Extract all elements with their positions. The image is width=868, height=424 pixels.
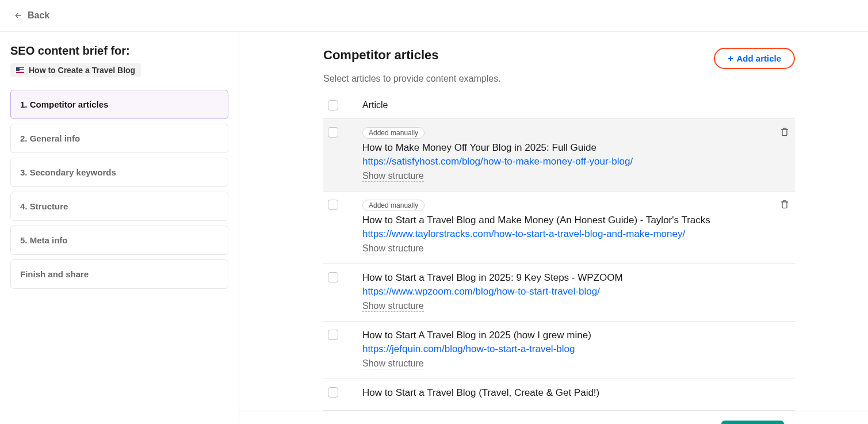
- section-title: Competitor articles: [323, 48, 439, 63]
- sidebar: SEO content brief for: How to Create a T…: [0, 32, 239, 424]
- topic-text: How to Create a Travel Blog: [29, 66, 135, 75]
- article-body: How to Start a Travel Blog (Travel, Crea…: [362, 387, 790, 401]
- step-item-1[interactable]: 1. Competitor articles: [10, 90, 228, 119]
- back-button[interactable]: Back: [14, 10, 49, 21]
- step-item-6[interactable]: Finish and share: [10, 259, 228, 289]
- article-title: How to Make Money Off Your Blog in 2025:…: [362, 142, 790, 154]
- step-item-3[interactable]: 3. Secondary keywords: [10, 158, 228, 187]
- article-title: How to Start A Travel Blog in 2025 (how …: [362, 330, 790, 341]
- added-manually-badge: Added manually: [362, 127, 425, 139]
- article-row: How to Start a Travel Blog in 2025: 9 Ke…: [323, 264, 795, 322]
- footer-bar: Continue: [239, 411, 868, 424]
- trash-icon[interactable]: [780, 127, 791, 139]
- article-row: Added manuallyHow to Make Money Off Your…: [323, 119, 795, 192]
- article-url[interactable]: https://www.taylorstracks.com/how-to-sta…: [362, 228, 790, 240]
- show-structure-link[interactable]: Show structure: [362, 358, 424, 369]
- article-body: How to Start A Travel Blog in 2025 (how …: [362, 330, 790, 369]
- article-url[interactable]: https://www.wpzoom.com/blog/how-to-start…: [362, 286, 790, 297]
- article-url[interactable]: https://jefquin.com/blog/how-to-start-a-…: [362, 343, 790, 355]
- show-structure-link[interactable]: Show structure: [362, 301, 424, 312]
- continue-button[interactable]: Continue: [721, 421, 784, 424]
- show-structure-link[interactable]: Show structure: [362, 171, 424, 182]
- topic-chip: How to Create a Travel Blog: [10, 63, 141, 77]
- article-checkbox[interactable]: [328, 387, 338, 398]
- article-body: How to Start a Travel Blog in 2025: 9 Ke…: [362, 272, 790, 312]
- step-item-4[interactable]: 4. Structure: [10, 192, 228, 221]
- brief-title: SEO content brief for:: [10, 44, 228, 58]
- article-checkbox[interactable]: [328, 127, 338, 137]
- back-label: Back: [28, 10, 49, 21]
- arrow-left-icon: [14, 11, 23, 20]
- article-title: How to Start a Travel Blog (Travel, Crea…: [362, 387, 790, 399]
- add-article-label: Add article: [736, 54, 781, 63]
- step-item-2[interactable]: 2. General info: [10, 124, 228, 153]
- trash-icon[interactable]: [780, 200, 791, 211]
- article-row: Added manuallyHow to Start a Travel Blog…: [323, 192, 795, 264]
- us-flag-icon: [16, 67, 24, 73]
- step-list: 1. Competitor articles2. General info3. …: [10, 90, 228, 289]
- article-row: How to Start A Travel Blog in 2025 (how …: [323, 322, 795, 379]
- article-title: How to Start a Travel Blog and Make Mone…: [362, 215, 790, 226]
- add-article-button[interactable]: + Add article: [714, 48, 795, 69]
- plus-icon: +: [728, 54, 733, 63]
- article-checkbox[interactable]: [328, 330, 338, 340]
- section-subtitle: Select articles to provide content examp…: [323, 74, 795, 84]
- column-header-article: Article: [362, 100, 388, 110]
- article-body: Added manuallyHow to Make Money Off Your…: [362, 127, 790, 182]
- show-structure-link[interactable]: Show structure: [362, 243, 424, 254]
- article-rows: Added manuallyHow to Make Money Off Your…: [323, 119, 795, 411]
- article-row: How to Start a Travel Blog (Travel, Crea…: [323, 379, 795, 411]
- article-body: Added manuallyHow to Start a Travel Blog…: [362, 200, 790, 254]
- select-all-checkbox[interactable]: [328, 100, 338, 110]
- article-checkbox[interactable]: [328, 200, 338, 210]
- article-table: Article Added manuallyHow to Make Money …: [323, 97, 795, 411]
- article-checkbox[interactable]: [328, 272, 338, 282]
- added-manually-badge: Added manually: [362, 200, 425, 211]
- article-url[interactable]: https://satisfyhost.com/blog/how-to-make…: [362, 156, 790, 167]
- main-panel: Competitor articles + Add article Select…: [239, 32, 868, 424]
- article-title: How to Start a Travel Blog in 2025: 9 Ke…: [362, 272, 790, 284]
- step-item-5[interactable]: 5. Meta info: [10, 226, 228, 255]
